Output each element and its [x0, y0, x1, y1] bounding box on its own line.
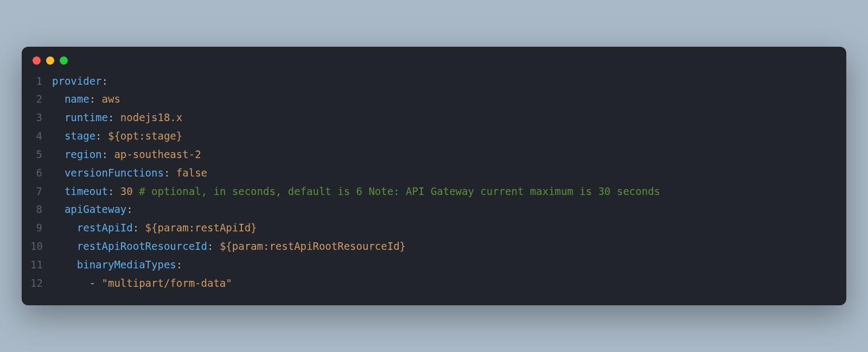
- code-content: stage: ${opt:stage}: [52, 127, 838, 146]
- code-line: 1 provider:: [30, 72, 838, 91]
- code-line: 2 name: aws: [30, 90, 838, 109]
- code-line: 4 stage: ${opt:stage}: [30, 127, 838, 146]
- code-content: - "multipart/form-data": [52, 274, 838, 293]
- code-line: 11 binaryMediaTypes:: [30, 256, 838, 274]
- code-content: restApiRootResourceId: ${param:restApiRo…: [52, 237, 838, 256]
- code-content: provider:: [52, 72, 838, 91]
- line-number: 2: [30, 90, 52, 109]
- line-number: 5: [30, 146, 52, 164]
- code-content: versionFunctions: false: [52, 164, 838, 183]
- line-number: 11: [30, 256, 52, 274]
- maximize-icon[interactable]: [60, 56, 68, 65]
- line-number: 7: [30, 183, 52, 201]
- code-line: 6 versionFunctions: false: [30, 164, 838, 183]
- line-number: 6: [30, 164, 52, 183]
- code-line: 8 apiGateway:: [30, 200, 838, 219]
- code-editor[interactable]: 1 provider: 2 name: aws 3 runtime: nodej…: [22, 69, 846, 306]
- code-content: timeout: 30 # optional, in seconds, defa…: [52, 183, 838, 201]
- code-window: 1 provider: 2 name: aws 3 runtime: nodej…: [22, 47, 846, 306]
- code-content: apiGateway:: [52, 200, 838, 219]
- code-content: region: ap-southeast-2: [52, 146, 838, 164]
- line-number: 8: [30, 200, 52, 219]
- code-line: 7 timeout: 30 # optional, in seconds, de…: [30, 183, 838, 201]
- code-line: 5 region: ap-southeast-2: [30, 146, 838, 164]
- line-number: 1: [30, 72, 52, 91]
- minimize-icon[interactable]: [46, 56, 54, 65]
- code-line: 12 - "multipart/form-data": [30, 274, 838, 293]
- close-icon[interactable]: [33, 56, 41, 65]
- line-number: 4: [30, 127, 52, 146]
- titlebar: [22, 47, 846, 69]
- line-number: 3: [30, 109, 52, 127]
- code-content: binaryMediaTypes:: [52, 256, 838, 274]
- code-content: name: aws: [52, 90, 838, 109]
- code-line: 3 runtime: nodejs18.x: [30, 109, 838, 127]
- line-number: 9: [30, 219, 52, 237]
- line-number: 10: [30, 237, 52, 256]
- code-content: restApiId: ${param:restApiId}: [52, 219, 838, 237]
- line-number: 12: [30, 274, 52, 293]
- code-line: 10 restApiRootResourceId: ${param:restAp…: [30, 237, 838, 256]
- code-content: runtime: nodejs18.x: [52, 109, 838, 127]
- code-line: 9 restApiId: ${param:restApiId}: [30, 219, 838, 237]
